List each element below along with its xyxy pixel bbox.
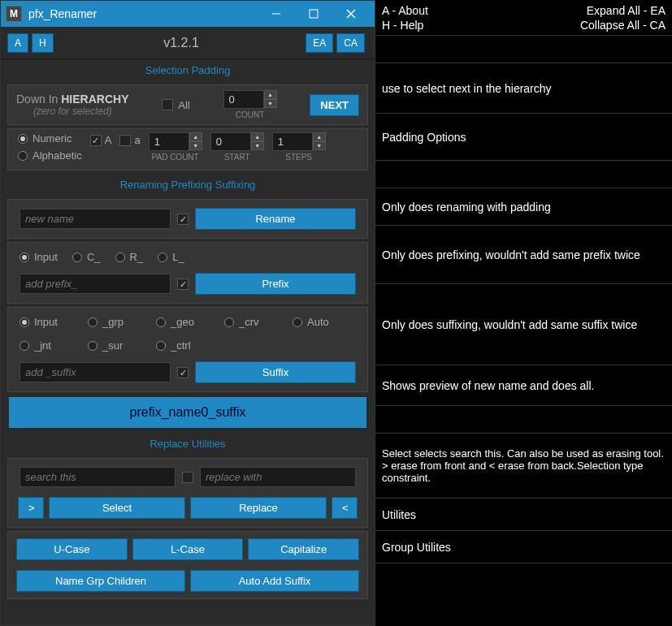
lowercase-checkbox[interactable] bbox=[119, 135, 131, 146]
annotation-suffix: Only does suffixing, wouldn't add same s… bbox=[375, 284, 672, 365]
lcase-button[interactable]: L-Case bbox=[132, 538, 244, 560]
legend-collapse: Collapse All - CA bbox=[580, 19, 665, 32]
erase-front-button[interactable]: > bbox=[18, 497, 44, 519]
legend-help: H - Help bbox=[382, 19, 428, 32]
maximize-button[interactable] bbox=[295, 1, 332, 27]
annotation-padding: Padding Options bbox=[375, 114, 672, 161]
annotation-rename: Only does renaming with padding bbox=[375, 188, 672, 226]
prefix-input[interactable] bbox=[20, 274, 171, 294]
count-up-icon[interactable]: ▲ bbox=[264, 90, 277, 99]
header-bar: A H v1.2.1 EA CA bbox=[1, 27, 375, 59]
next-button[interactable]: NEXT bbox=[310, 94, 359, 116]
suffix-group: Input _grp _geo _crv Auto _jnt _sur _ctr… bbox=[7, 307, 368, 392]
app-window: M pfx_Renamer A H v1.2.1 EA CA Selection… bbox=[0, 0, 375, 626]
count-spinner[interactable]: ▲▼ bbox=[223, 90, 277, 109]
window-title: pfx_Renamer bbox=[28, 7, 258, 20]
pad-count-spinner[interactable]: ▲▼ bbox=[149, 132, 202, 151]
prefix-input-radio[interactable] bbox=[20, 253, 29, 262]
rename-input[interactable] bbox=[20, 209, 171, 229]
padding-section: Numeric Alphabetic A a ▲▼ PAD COUNT ▲▼ S… bbox=[7, 128, 368, 171]
rename-checkbox[interactable] bbox=[177, 214, 189, 225]
rename-group: Rename bbox=[7, 199, 368, 239]
all-label: All bbox=[178, 99, 189, 111]
prefix-l-radio[interactable] bbox=[158, 253, 167, 262]
capitalize-button[interactable]: Capitalize bbox=[248, 538, 359, 560]
count-label: COUNT bbox=[236, 110, 265, 119]
replace-title: Replace Utilities bbox=[1, 433, 375, 455]
annotation-prefix: Only does prefixing, wouldn't add same p… bbox=[375, 226, 672, 284]
steps-spinner[interactable]: ▲▼ bbox=[272, 132, 326, 151]
suffix-button[interactable]: Suffix bbox=[195, 361, 356, 383]
select-button[interactable]: Select bbox=[49, 497, 185, 519]
search-input[interactable] bbox=[20, 467, 176, 487]
erase-back-button[interactable]: < bbox=[332, 497, 358, 519]
suffix-geo-radio[interactable] bbox=[156, 317, 166, 327]
ucase-button[interactable]: U-Case bbox=[16, 538, 128, 560]
alphabetic-label: Alphabetic bbox=[33, 149, 82, 162]
annotation-grputil: Group Utilites bbox=[375, 531, 672, 563]
version-label: v1.2.1 bbox=[57, 36, 306, 50]
legend-expand: Expand All - EA bbox=[580, 4, 665, 17]
suffix-auto-radio[interactable] bbox=[293, 317, 302, 327]
expand-all-button[interactable]: EA bbox=[306, 33, 333, 53]
suffix-grp-radio[interactable] bbox=[88, 317, 98, 327]
name-grp-children-button[interactable]: Name Grp Children bbox=[16, 570, 185, 592]
selection-padding-title: Selection Padding bbox=[1, 59, 375, 81]
annotation-preview: Shows preview of new name and does all. bbox=[375, 365, 672, 406]
start-spinner[interactable]: ▲▼ bbox=[210, 132, 264, 151]
hierarchy-label: Down In HIERARCHY bbox=[16, 93, 128, 106]
about-button[interactable]: A bbox=[7, 33, 28, 53]
all-checkbox[interactable] bbox=[162, 99, 173, 110]
hierarchy-subtitle: (zero for selected) bbox=[16, 106, 128, 117]
titlebar: M pfx_Renamer bbox=[1, 1, 375, 27]
suffix-jnt-radio[interactable] bbox=[20, 341, 29, 351]
prefix-checkbox[interactable] bbox=[177, 278, 189, 290]
minimize-button[interactable] bbox=[258, 1, 295, 27]
replace-checkbox[interactable] bbox=[182, 472, 193, 483]
count-down-icon[interactable]: ▼ bbox=[264, 99, 277, 108]
count-input[interactable] bbox=[223, 90, 264, 109]
alphabetic-radio[interactable] bbox=[18, 151, 28, 161]
suffix-input-radio[interactable] bbox=[20, 317, 29, 327]
annotations-panel: A - About H - Help Expand All - EA Colla… bbox=[375, 0, 672, 626]
replace-input[interactable] bbox=[200, 467, 356, 487]
close-button[interactable] bbox=[332, 1, 370, 27]
prefix-group: Input C_ R_ L_ Prefix bbox=[7, 242, 368, 304]
annotation-hierarchy: use to select next in the hierarchy bbox=[375, 63, 672, 114]
suffix-ctrl-radio[interactable] bbox=[156, 341, 166, 351]
suffix-checkbox[interactable] bbox=[177, 367, 189, 378]
numeric-radio[interactable] bbox=[18, 134, 28, 144]
legend-about: A - About bbox=[382, 4, 428, 17]
prefix-c-radio[interactable] bbox=[72, 253, 82, 262]
help-button[interactable]: H bbox=[32, 33, 54, 53]
numeric-label: Numeric bbox=[33, 132, 72, 145]
replace-group: > Select Replace < bbox=[7, 458, 368, 528]
suffix-crv-radio[interactable] bbox=[224, 317, 234, 327]
rename-button[interactable]: Rename bbox=[195, 208, 356, 230]
prefix-button[interactable]: Prefix bbox=[195, 273, 356, 295]
replace-button[interactable]: Replace bbox=[190, 497, 327, 519]
svg-rect-1 bbox=[310, 10, 318, 18]
suffix-sur-radio[interactable] bbox=[88, 341, 98, 351]
annotation-replace: Select selects search this. Can also be … bbox=[375, 434, 672, 499]
annotation-util: Utilites bbox=[375, 499, 672, 531]
uppercase-checkbox[interactable] bbox=[90, 135, 102, 146]
renaming-title: Renaming Prefixing Suffixing bbox=[1, 174, 375, 196]
util-group: U-Case L-Case Capitalize Name Grp Childr… bbox=[7, 531, 368, 599]
prefix-r-radio[interactable] bbox=[115, 253, 125, 262]
auto-add-suffix-button[interactable]: Auto Add Suffix bbox=[190, 570, 359, 592]
preview-button[interactable]: prefix_name0_suffix bbox=[9, 397, 366, 428]
collapse-all-button[interactable]: CA bbox=[336, 33, 365, 53]
suffix-input[interactable] bbox=[20, 362, 171, 382]
app-icon: M bbox=[6, 6, 22, 22]
hierarchy-section: Down In HIERARCHY (zero for selected) Al… bbox=[7, 84, 368, 125]
